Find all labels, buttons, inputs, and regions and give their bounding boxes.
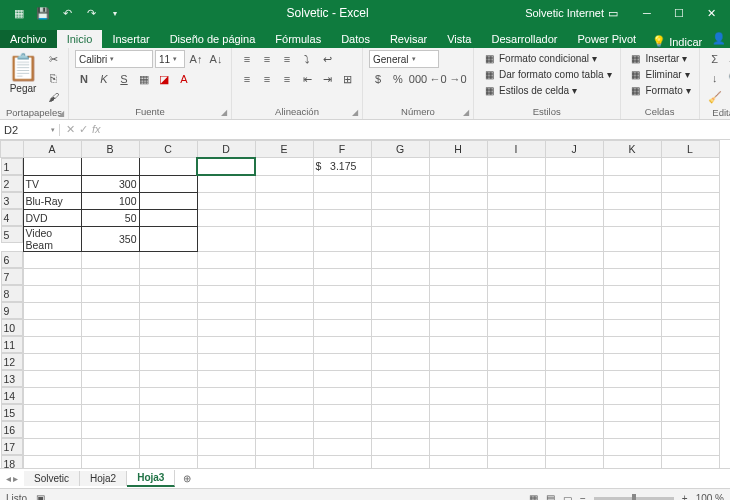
cell[interactable] xyxy=(81,319,139,336)
share-button[interactable]: 👤Compartir xyxy=(702,29,730,48)
cell[interactable] xyxy=(23,285,81,302)
cell[interactable] xyxy=(197,353,255,370)
col-header[interactable]: C xyxy=(139,141,197,158)
cell[interactable] xyxy=(81,251,139,268)
row-header[interactable]: 14 xyxy=(1,387,23,404)
cell[interactable]: 350 xyxy=(81,226,139,251)
cell[interactable] xyxy=(371,387,429,404)
fx-icon[interactable]: fx xyxy=(92,123,101,136)
col-header[interactable]: E xyxy=(255,141,313,158)
cell[interactable] xyxy=(313,421,371,438)
cell[interactable] xyxy=(313,209,371,226)
cell[interactable] xyxy=(487,302,545,319)
cell[interactable] xyxy=(23,251,81,268)
cell[interactable] xyxy=(487,387,545,404)
tab-revisar[interactable]: Revisar xyxy=(380,30,437,48)
number-format-combo[interactable]: General▾ xyxy=(369,50,439,68)
cell[interactable] xyxy=(197,319,255,336)
font-color-icon[interactable]: A xyxy=(175,70,193,88)
cell[interactable] xyxy=(661,251,719,268)
cell[interactable] xyxy=(313,370,371,387)
cell[interactable] xyxy=(661,336,719,353)
dialog-launcher-icon[interactable]: ◢ xyxy=(58,109,64,118)
save-icon[interactable]: 💾 xyxy=(34,4,52,22)
cell[interactable]: Item xyxy=(23,158,81,176)
cell[interactable] xyxy=(545,192,603,209)
increase-indent-icon[interactable]: ⇥ xyxy=(318,70,336,88)
cell[interactable] xyxy=(81,404,139,421)
cell[interactable] xyxy=(429,387,487,404)
cell[interactable] xyxy=(313,404,371,421)
minimize-icon[interactable]: ─ xyxy=(632,3,662,23)
borders-icon[interactable]: ▦ xyxy=(135,70,153,88)
cell[interactable] xyxy=(255,336,313,353)
cell[interactable] xyxy=(429,370,487,387)
cell[interactable] xyxy=(255,268,313,285)
row-header[interactable]: 11 xyxy=(1,336,23,353)
col-header[interactable]: L xyxy=(661,141,719,158)
cell[interactable] xyxy=(255,455,313,468)
cell[interactable] xyxy=(197,370,255,387)
cell[interactable] xyxy=(603,226,661,251)
cell[interactable] xyxy=(371,285,429,302)
clear-icon[interactable]: 🧹 xyxy=(706,88,724,106)
cell[interactable] xyxy=(661,353,719,370)
cell[interactable]: Video Beam xyxy=(23,226,81,251)
cell[interactable] xyxy=(81,268,139,285)
cell[interactable] xyxy=(255,370,313,387)
cell[interactable] xyxy=(23,421,81,438)
cell[interactable] xyxy=(313,455,371,468)
cell[interactable] xyxy=(487,158,545,176)
cell[interactable] xyxy=(429,209,487,226)
cell[interactable] xyxy=(603,455,661,468)
orientation-icon[interactable]: ⤵ xyxy=(298,50,316,68)
cell[interactable] xyxy=(371,268,429,285)
cell[interactable]: $ 3.175 xyxy=(313,158,371,176)
align-right-icon[interactable]: ≡ xyxy=(278,70,296,88)
view-normal-icon[interactable]: ▦ xyxy=(529,493,538,500)
cell[interactable] xyxy=(603,404,661,421)
cell[interactable] xyxy=(661,158,719,176)
increase-decimal-icon[interactable]: ←0 xyxy=(429,70,447,88)
cell[interactable] xyxy=(255,404,313,421)
sheet-tab-hoja3[interactable]: Hoja3 xyxy=(127,470,175,487)
cell[interactable] xyxy=(139,268,197,285)
cell[interactable] xyxy=(197,158,255,176)
col-header[interactable]: J xyxy=(545,141,603,158)
cell[interactable] xyxy=(313,268,371,285)
align-middle-icon[interactable]: ≡ xyxy=(258,50,276,68)
cell[interactable] xyxy=(545,209,603,226)
cell[interactable] xyxy=(429,455,487,468)
row-header[interactable]: 6 xyxy=(1,251,23,268)
cell[interactable] xyxy=(139,387,197,404)
merge-icon[interactable]: ⊞ xyxy=(338,70,356,88)
cell[interactable] xyxy=(429,226,487,251)
cell[interactable] xyxy=(197,404,255,421)
format-painter-icon[interactable]: 🖌 xyxy=(44,88,62,106)
cell[interactable] xyxy=(81,285,139,302)
align-left-icon[interactable]: ≡ xyxy=(238,70,256,88)
cell[interactable]: 50 xyxy=(81,209,139,226)
cell[interactable] xyxy=(255,353,313,370)
cell[interactable] xyxy=(139,209,197,226)
cell[interactable] xyxy=(81,370,139,387)
cell-styles-button[interactable]: ▦Estilos de celda ▾ xyxy=(480,82,579,98)
cell[interactable] xyxy=(81,387,139,404)
autosum-icon[interactable]: Σ xyxy=(706,50,724,68)
maximize-icon[interactable]: ☐ xyxy=(664,3,694,23)
delete-cells-button[interactable]: ▦Eliminar ▾ xyxy=(627,66,692,82)
cell[interactable]: 300 xyxy=(81,175,139,192)
cell[interactable] xyxy=(81,302,139,319)
cell[interactable] xyxy=(23,404,81,421)
name-box[interactable]: D2▾ xyxy=(0,124,60,136)
cell[interactable] xyxy=(313,175,371,192)
cell[interactable] xyxy=(197,387,255,404)
decrease-decimal-icon[interactable]: →0 xyxy=(449,70,467,88)
row-header[interactable]: 4 xyxy=(1,209,23,226)
cell[interactable] xyxy=(371,438,429,455)
row-header[interactable]: 12 xyxy=(1,353,23,370)
enter-formula-icon[interactable]: ✓ xyxy=(79,123,88,136)
cell[interactable] xyxy=(429,404,487,421)
cell[interactable] xyxy=(603,285,661,302)
cell[interactable] xyxy=(313,353,371,370)
